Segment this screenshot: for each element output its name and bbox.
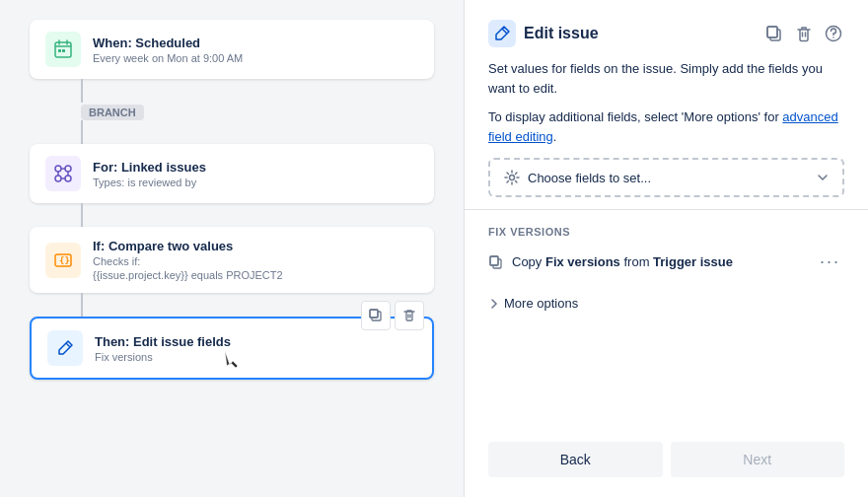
compare-icon: {} bbox=[45, 243, 81, 278]
copy-panel-button[interactable] bbox=[763, 23, 785, 44]
connector-3 bbox=[81, 203, 83, 227]
when-scheduled-card: When: Scheduled Every week on Mon at 9:0… bbox=[30, 20, 434, 79]
svg-point-30 bbox=[510, 176, 515, 180]
if-card-subtitle: Checks if: bbox=[93, 255, 283, 267]
then-card-subtitle: Fix versions bbox=[95, 351, 231, 363]
next-button: Next bbox=[671, 442, 845, 477]
chevron-right-icon bbox=[488, 298, 500, 310]
more-options-row[interactable]: More options bbox=[488, 292, 844, 315]
svg-rect-17 bbox=[370, 310, 378, 318]
panel-description: Set values for fields on the issue. Simp… bbox=[488, 59, 844, 146]
left-panel: When: Scheduled Every week on Mon at 9:0… bbox=[0, 0, 464, 497]
delete-button[interactable] bbox=[395, 301, 424, 330]
connector-2 bbox=[81, 120, 83, 144]
card-actions bbox=[361, 301, 424, 330]
panel-title-group: Edit issue bbox=[488, 20, 599, 47]
svg-rect-4 bbox=[58, 49, 61, 52]
if-compare-card: {} If: Compare two values Checks if: {{i… bbox=[30, 227, 434, 293]
branch-label: BRANCH bbox=[81, 105, 144, 120]
gear-icon bbox=[504, 170, 520, 185]
right-panel: Edit issue bbox=[464, 0, 868, 497]
when-card-text: When: Scheduled Every week on Mon at 9:0… bbox=[93, 36, 243, 64]
svg-rect-5 bbox=[62, 49, 65, 52]
choose-fields-label: Choose fields to set... bbox=[528, 171, 651, 185]
if-card-text: If: Compare two values Checks if: {{issu… bbox=[93, 239, 283, 281]
cursor-indicator bbox=[224, 350, 240, 370]
more-options-label: More options bbox=[504, 296, 578, 311]
for-card-title: For: Linked issues bbox=[93, 160, 206, 175]
connector-1 bbox=[81, 79, 83, 103]
fix-versions-label: Fix versions bbox=[488, 226, 844, 238]
back-button[interactable]: Back bbox=[488, 442, 663, 477]
svg-point-6 bbox=[55, 166, 61, 172]
copy-row-left: Copy Fix versions from Trigger issue bbox=[488, 254, 733, 270]
panel-actions bbox=[763, 23, 844, 44]
delete-panel-button[interactable] bbox=[793, 23, 815, 44]
svg-rect-32 bbox=[490, 256, 498, 265]
row-options-button[interactable]: ··· bbox=[816, 251, 844, 272]
svg-point-9 bbox=[65, 176, 71, 181]
edit-issue-icon bbox=[488, 20, 516, 47]
then-edit-card[interactable]: Then: Edit issue fields Fix versions bbox=[30, 317, 434, 380]
copy-icon bbox=[488, 254, 504, 270]
when-card-title: When: Scheduled bbox=[93, 36, 243, 50]
then-card-text: Then: Edit issue fields Fix versions bbox=[95, 334, 231, 363]
svg-text:{}: {} bbox=[59, 255, 70, 265]
for-card-subtitle: Types: is reviewed by bbox=[93, 177, 206, 188]
divider-1 bbox=[465, 209, 868, 210]
if-card-subtitle2: {{issue.project.key}} equals PROJECT2 bbox=[93, 269, 283, 281]
linked-issues-icon bbox=[45, 156, 81, 191]
connector-4 bbox=[81, 293, 83, 317]
duplicate-button[interactable] bbox=[361, 301, 391, 330]
svg-point-29 bbox=[832, 36, 834, 38]
svg-line-21 bbox=[66, 343, 70, 347]
calendar-icon bbox=[45, 32, 81, 67]
svg-rect-24 bbox=[767, 27, 777, 37]
description-1: Set values for fields on the issue. Simp… bbox=[488, 59, 844, 98]
fix-versions-section: Fix versions Copy Fix versions from Trig… bbox=[488, 226, 844, 280]
panel-footer: Back Next bbox=[488, 442, 844, 477]
copy-text: Copy Fix versions from Trigger issue bbox=[512, 254, 733, 269]
for-linked-issues-card: For: Linked issues Types: is reviewed by bbox=[30, 144, 434, 203]
for-card-text: For: Linked issues Types: is reviewed by bbox=[93, 160, 206, 188]
description-2: To display additional fields, select 'Mo… bbox=[488, 107, 844, 146]
svg-point-7 bbox=[65, 166, 71, 172]
panel-title: Edit issue bbox=[524, 25, 599, 42]
copy-row: Copy Fix versions from Trigger issue ··· bbox=[488, 244, 844, 280]
edit-icon bbox=[47, 330, 83, 366]
svg-point-8 bbox=[55, 176, 61, 181]
then-card-title: Then: Edit issue fields bbox=[95, 334, 231, 349]
chevron-down-icon bbox=[817, 172, 829, 183]
when-card-subtitle: Every week on Mon at 9:00 AM bbox=[93, 52, 243, 64]
help-button[interactable] bbox=[823, 23, 844, 44]
choose-fields-button[interactable]: Choose fields to set... bbox=[488, 158, 844, 197]
if-card-title: If: Compare two values bbox=[93, 239, 283, 253]
panel-header: Edit issue bbox=[488, 20, 844, 47]
